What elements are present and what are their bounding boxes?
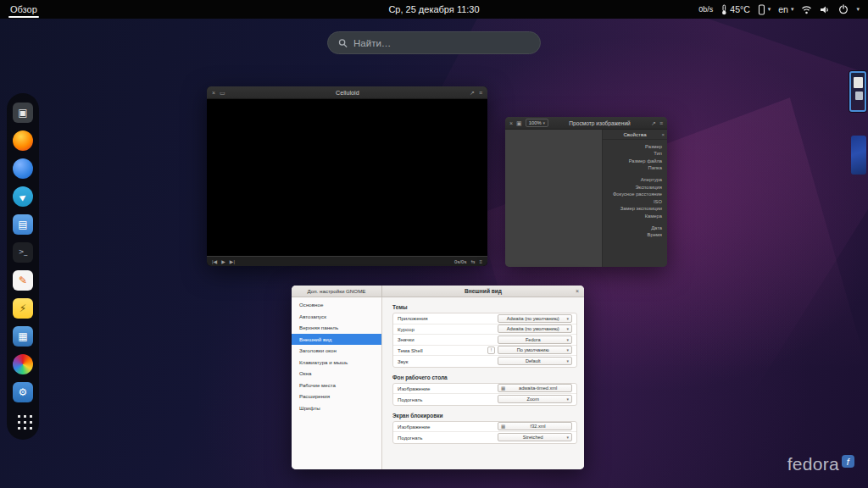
dropdown-control[interactable]: По умолчанию▾ [498, 346, 572, 354]
zoom-control[interactable]: 100% ▾ [526, 119, 548, 127]
property-label: Тип [608, 151, 662, 157]
search-bar[interactable] [327, 31, 541, 54]
window-title: Просмотр изображений [552, 120, 648, 126]
dropdown-control[interactable]: Stretched▾ [498, 433, 572, 441]
sidebar-item[interactable]: Рабочие места [292, 380, 381, 391]
dock-item-firefox[interactable] [13, 130, 33, 151]
loop-icon[interactable]: ⇆ [470, 259, 475, 264]
close-icon[interactable]: × [661, 132, 665, 137]
fullscreen-icon[interactable]: ↗ [470, 90, 475, 96]
control-value: По умолчанию [501, 347, 565, 352]
file-chooser-button[interactable]: ▦adwaita-timed.xml [498, 384, 572, 392]
workspace-thumbnail-1[interactable] [849, 71, 866, 112]
fedora-infinity-icon: f [842, 455, 854, 468]
clock-button[interactable]: Ср, 25 декабря 11:30 [388, 4, 479, 14]
gnome-overview: fedora f × ▭ Celluloid ↗ ≡ |◀▶▶| 0s/0s ⇆… [0, 0, 868, 488]
sidebar-item[interactable]: Основное [292, 299, 381, 311]
dropdown-control[interactable]: Fedora▾ [498, 336, 572, 344]
menu-icon[interactable]: ≡ [479, 90, 482, 96]
fedora-logo: fedora f [787, 454, 854, 474]
property-label: Апертура [608, 177, 662, 183]
playlist-icon[interactable]: ≡ [479, 259, 482, 264]
previous-icon[interactable]: |◀ [212, 259, 217, 264]
dropdown-control[interactable]: Adwaita (по умолчанию)▾ [498, 314, 572, 323]
tablet-indicator[interactable]: ▾ [758, 4, 771, 15]
sidebar-item[interactable]: Внешний вид [292, 334, 381, 346]
play-icon[interactable]: ▶ [221, 259, 225, 264]
sidebar-item[interactable]: Расширения [292, 391, 381, 402]
dock-item-image-app[interactable]: ▦ [13, 326, 33, 347]
dock-item-settings-app[interactable]: ⚙ [13, 382, 33, 402]
settings-row: ПодогнатьZoom▾ [393, 394, 576, 405]
dock-item-text-editor[interactable]: ✎ [13, 270, 33, 291]
dock-item-color-app[interactable] [13, 354, 33, 374]
property-group: РазмерТипРазмер файлаПапка [608, 144, 662, 171]
sidebar-item[interactable]: Окна [292, 368, 381, 380]
system-status-area[interactable]: 0b/s 45°C ▾ en ▾ ▾ [698, 0, 868, 19]
chevron-down-icon: ▾ [566, 347, 569, 352]
settings-row: Изображение▦f32.xml [393, 422, 576, 433]
close-icon[interactable]: × [509, 120, 513, 126]
image-icon: ▦ [501, 424, 505, 429]
sidebar-item[interactable]: Верхняя панель [292, 322, 381, 334]
chevron-down-icon: ▾ [566, 337, 569, 342]
properties-title: Свойства [623, 131, 646, 137]
dock-item-pikachu-app[interactable]: ⚡ [13, 298, 33, 319]
dock-item-telegram[interactable]: ▶ [13, 186, 33, 207]
overview-button[interactable]: Обзор [0, 0, 47, 19]
row-label: Тема Shell [398, 347, 423, 353]
image-viewer-body: Свойства × РазмерТипРазмер файлаПапкаАпе… [505, 130, 667, 267]
keyboard-layout[interactable]: en ▾ [778, 4, 793, 14]
next-icon[interactable]: ▶| [230, 259, 235, 264]
window-tweaks[interactable]: Доп. настройки GNOME Внешний вид × Основ… [292, 286, 584, 469]
image-gallery-icon[interactable]: ▣ [516, 120, 522, 126]
property-label: Размер файла [608, 158, 662, 164]
chevron-down-icon: ▾ [566, 435, 569, 440]
workspace-switcher [849, 71, 866, 175]
image-app-icon: ▦ [18, 331, 27, 341]
telegram-icon: ▶ [19, 191, 28, 201]
dock-item-files[interactable]: ▤ [13, 214, 33, 235]
sidebar-item[interactable]: Клавиатура и мышь [292, 357, 381, 369]
dock-item-screenshot-tool[interactable]: ▣ [13, 103, 33, 123]
settings-row: ЗначкиFedora▾ [393, 335, 576, 346]
sidebar-item[interactable]: Шрифты [292, 402, 381, 414]
section-header: Фон рабочего стола [392, 374, 577, 380]
file-chooser-button[interactable]: ▦f32.xml [498, 422, 572, 430]
property-label: Дата [608, 225, 662, 231]
row-label: Изображение [398, 424, 430, 430]
tweaks-body: ОсновноеАвтозапускВерхняя панельВнешний … [292, 297, 584, 469]
window-image-viewer[interactable]: × ▣ 100% ▾ Просмотр изображений ↗ ≡ Свой… [505, 117, 667, 267]
tweaks-page-header: Внешний вид × [382, 286, 584, 297]
settings-section: ТемыПриложенияAdwaita (по умолчанию)▾Кур… [392, 304, 577, 368]
dropdown-control[interactable]: Adwaita (по умолчанию)▾ [498, 324, 572, 333]
dropdown-control[interactable]: Zoom▾ [498, 395, 572, 403]
workspace-thumbnail-2[interactable] [851, 136, 866, 175]
close-icon[interactable]: × [576, 288, 579, 294]
tweaks-page-title: Внешний вид [465, 288, 502, 294]
restore-icon[interactable]: ▭ [220, 90, 225, 96]
control-value: Fedora [501, 337, 565, 342]
sidebar-item[interactable]: Автозапуск [292, 311, 381, 323]
menu-icon[interactable]: ≡ [659, 120, 663, 126]
fullscreen-icon[interactable]: ↗ [651, 120, 656, 126]
dock-item-web-browser[interactable] [13, 158, 33, 179]
dropdown-control[interactable]: Default▾ [498, 357, 572, 365]
control-value: adwaita-timed.xml [507, 385, 569, 391]
dock-item-terminal[interactable]: >_ [13, 242, 33, 263]
chevron-down-icon: ▾ [768, 6, 771, 13]
power-icon [838, 4, 849, 14]
temperature-indicator: 45°C [721, 4, 749, 15]
search-input[interactable] [353, 38, 530, 48]
thermometer-icon [721, 4, 727, 15]
image-icon: ▦ [501, 385, 505, 391]
dock-item-show-apps[interactable] [13, 410, 33, 430]
tablet-icon [758, 4, 765, 15]
control-value: f32.xml [507, 424, 569, 429]
window-celluloid[interactable]: × ▭ Celluloid ↗ ≡ |◀▶▶| 0s/0s ⇆ ≡ [207, 86, 487, 266]
property-label: Экспозиция [608, 185, 662, 191]
close-icon[interactable]: × [212, 90, 215, 96]
settings-section: Фон рабочего столаИзображение▦adwaita-ti… [392, 374, 577, 406]
sidebar-item[interactable]: Заголовки окон [292, 345, 381, 357]
text-editor-icon: ✎ [19, 275, 27, 286]
